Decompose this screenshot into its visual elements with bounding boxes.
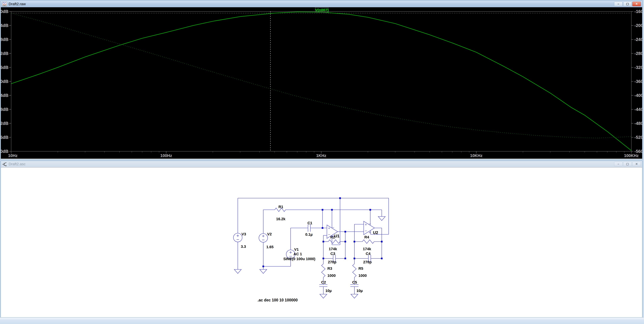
svg-text:0.1µ: 0.1µ	[305, 232, 312, 237]
svg-text:270p: 270p	[363, 260, 372, 264]
voltage-source-V3[interactable]: V33.3	[234, 232, 246, 249]
svg-text:30dB: 30dB	[1, 149, 8, 154]
ground-symbol[interactable]	[351, 294, 358, 298]
waveform-titlebar[interactable]: Draft2.raw –▢✕	[1, 1, 642, 7]
svg-text:-320°: -320°	[634, 65, 642, 70]
svg-text:+: +	[328, 226, 330, 230]
svg-text:66dB: 66dB	[1, 65, 8, 70]
svg-text:1.65: 1.65	[266, 245, 274, 249]
svg-text:R1: R1	[278, 205, 283, 209]
schematic-canvas[interactable]: R116.2kR2174kR4174kR31000R51000C10.1µC32…	[1, 167, 642, 316]
schematic-window-controls: –▢✕	[614, 162, 641, 166]
svg-text:V3: V3	[242, 232, 246, 236]
spice-directive[interactable]: .ac dec 100 10 100000	[258, 298, 298, 302]
waveform-icon	[2, 2, 7, 6]
svg-text:R3: R3	[328, 266, 332, 271]
close-button[interactable]: ✕	[632, 162, 641, 166]
svg-text:-240°: -240°	[634, 37, 642, 42]
voltage-source-V1[interactable]: V1AC 1SINE(0 100u 1000)	[283, 247, 316, 261]
svg-text:84dB: 84dB	[1, 23, 8, 28]
capacitor-C2[interactable]: C210µ	[319, 280, 332, 293]
svg-text:100Hz: 100Hz	[160, 153, 172, 158]
svg-text:C1: C1	[308, 221, 312, 225]
ground-symbol[interactable]	[378, 216, 385, 221]
svg-text:10µ: 10µ	[326, 289, 332, 293]
svg-text:-160°: -160°	[634, 9, 642, 14]
svg-text:+: +	[332, 234, 334, 238]
svg-text:-480°: -480°	[634, 121, 642, 126]
plot-area[interactable]: 90dB84dB78dB72dB66dB60dB54dB48dB42dB36dB…	[1, 7, 642, 159]
svg-text:R5: R5	[358, 266, 363, 271]
svg-text:72dB: 72dB	[1, 51, 8, 56]
voltage-source-V2[interactable]: V21.65	[259, 232, 274, 249]
ground-symbol[interactable]	[234, 269, 241, 274]
schematic-window: Draft2.asc –▢✕ R116.2kR2174kR4174kR31000…	[0, 161, 643, 318]
schematic-drawing: R116.2kR2174kR4174kR31000R51000C10.1µC32…	[234, 197, 389, 302]
svg-text:90dB: 90dB	[1, 9, 8, 14]
minimize-button[interactable]: –	[614, 162, 622, 166]
ground-symbol[interactable]	[320, 294, 327, 298]
svg-text:16.2k: 16.2k	[276, 217, 286, 221]
svg-text:3.3: 3.3	[241, 244, 246, 249]
ground-symbol[interactable]	[260, 269, 267, 274]
status-strip	[0, 318, 644, 324]
svg-text:10Hz: 10Hz	[8, 153, 18, 158]
waveform-window-controls: –▢✕	[614, 2, 641, 6]
capacitor-C1[interactable]: C10.1µ	[305, 221, 312, 237]
resistor-R3[interactable]: R31000	[322, 264, 336, 278]
resistor-R5[interactable]: R51000	[352, 264, 367, 278]
schematic-window-title: Draft2.asc	[8, 162, 26, 166]
capacitor-C5[interactable]: C510µ	[350, 280, 363, 293]
svg-text:U1: U1	[334, 234, 340, 238]
svg-text:174k: 174k	[363, 247, 371, 251]
svg-text:78dB: 78dB	[1, 37, 8, 42]
svg-text:-560°: -560°	[634, 149, 642, 154]
legend-label[interactable]: V(n007)	[315, 8, 328, 12]
wires[interactable]	[238, 198, 389, 294]
svg-text:-440°: -440°	[634, 107, 642, 112]
svg-text:174k: 174k	[329, 247, 337, 251]
svg-text:C3: C3	[330, 252, 335, 256]
minimize-button[interactable]: –	[614, 2, 622, 6]
svg-text:36dB: 36dB	[1, 135, 8, 140]
capacitor-C3[interactable]: C3270p	[328, 252, 336, 264]
svg-text:–: –	[369, 222, 371, 226]
svg-text:V2: V2	[267, 232, 272, 236]
svg-text:1KHz: 1KHz	[316, 153, 326, 158]
svg-text:1000: 1000	[328, 274, 336, 278]
svg-text:100KHz: 100KHz	[624, 153, 639, 158]
legend[interactable]: V(n007)	[315, 7, 328, 12]
waveform-window-title: Draft2.raw	[8, 2, 26, 6]
svg-text:-400°: -400°	[634, 93, 642, 98]
maximize-button[interactable]: ▢	[623, 162, 632, 166]
svg-text:-520°: -520°	[634, 135, 642, 140]
maximize-button[interactable]: ▢	[623, 2, 632, 6]
svg-text:V1: V1	[294, 247, 299, 252]
schematic-titlebar[interactable]: Draft2.asc –▢✕	[1, 161, 642, 167]
resistor-R1[interactable]: R116.2k	[275, 205, 286, 221]
svg-text:–: –	[328, 232, 330, 236]
svg-text:42dB: 42dB	[1, 121, 8, 126]
svg-text:–: –	[332, 225, 334, 229]
waveform-window: Draft2.raw –▢✕ 90dB84dB78dB72dB66dB60dB5…	[0, 0, 643, 160]
svg-text:-360°: -360°	[634, 79, 642, 84]
svg-text:270p: 270p	[328, 260, 336, 264]
svg-text:AC 1: AC 1	[294, 252, 302, 256]
svg-text:U2: U2	[373, 230, 378, 235]
svg-text:C5: C5	[352, 280, 357, 284]
desktop: Draft2.raw –▢✕ 90dB84dB78dB72dB66dB60dB5…	[0, 0, 644, 324]
svg-text:-280°: -280°	[634, 51, 642, 56]
opamp-U1[interactable]: +––+U1	[327, 225, 340, 238]
resistor-R4[interactable]: R4174k	[362, 235, 374, 251]
svg-text:+: +	[365, 222, 367, 227]
capacitor-C4[interactable]: C4270p	[363, 252, 372, 264]
svg-text:10µ: 10µ	[356, 289, 363, 293]
svg-text:54dB: 54dB	[1, 93, 8, 98]
svg-text:48dB: 48dB	[1, 107, 8, 112]
svg-text:1000: 1000	[358, 274, 367, 278]
svg-text:-200°: -200°	[634, 23, 642, 28]
svg-text:R4: R4	[364, 235, 369, 239]
svg-text:SINE(0 100u 1000): SINE(0 100u 1000)	[283, 257, 316, 261]
close-button[interactable]: ✕	[632, 2, 641, 6]
svg-text:10KHz: 10KHz	[470, 153, 482, 158]
